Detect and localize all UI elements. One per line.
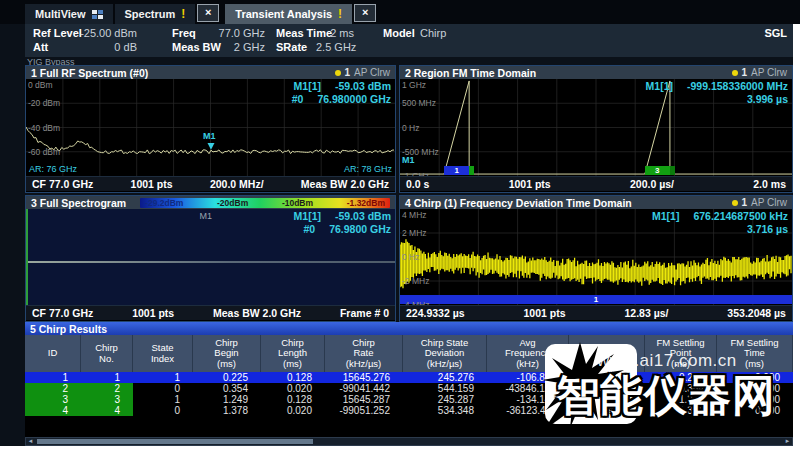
meas-time-value[interactable]: 2 ms — [316, 27, 354, 39]
panel3-title-bar[interactable]: 3 Full Spectrogram -29.2dBm -20dBm -10dB… — [26, 196, 395, 209]
table-filler — [25, 416, 793, 437]
ref-level-value[interactable]: -25.00 dBm — [73, 27, 137, 39]
marker-label[interactable]: M1 — [199, 211, 212, 221]
att-value[interactable]: 0 dB — [73, 41, 137, 53]
panel4-footer: 224.9332 µs 1001 pts 12.83 µs/ 353.2048 … — [400, 305, 792, 320]
close-spectrum-tab-button[interactable]: × — [197, 4, 219, 22]
column-header: Chirp StateDeviation(kHz/µs) — [403, 335, 487, 372]
fm-time-plot[interactable]: M1[1]-999.158336000 MHz 3.996 µs M1 1 3 … — [400, 79, 792, 176]
table-cell: -99051.252 — [325, 405, 403, 416]
chirp-results-section: 5 Chirp Results IDChirpNo.StateIndexChir… — [25, 322, 793, 437]
region-segment-3[interactable]: 3 — [645, 166, 670, 175]
freq-label: Freq — [172, 27, 196, 39]
column-header: ID — [25, 335, 81, 372]
panel2-title: 2 Region FM Time Domain — [405, 67, 536, 79]
frame-number[interactable]: Frame # 0 — [340, 307, 389, 319]
meas-bw-footer[interactable]: Meas BW 2.0 GHz — [213, 307, 301, 319]
marker-label[interactable]: M1 — [203, 131, 216, 141]
table-cell: 4 — [81, 405, 133, 416]
start-time: 224.9332 µs — [406, 307, 465, 319]
segment-sliver — [670, 166, 675, 175]
table-cell: 0.225 — [645, 372, 717, 383]
table-cell: -134.144 — [487, 394, 569, 405]
table-cell: 245.287 — [403, 394, 487, 405]
spectrum-plot[interactable]: M1 M1[1]-59.03 dBm #076.980000 GHz AR: 7… — [26, 79, 395, 176]
tab-spectrum-label: Spectrum — [125, 8, 176, 20]
chirp-results-title[interactable]: 5 Chirp Results — [25, 322, 793, 335]
scroll-left-arrow-icon[interactable]: ◄ — [26, 438, 35, 445]
spectrogram-colorbar[interactable]: -29.2dBm -20dBm -10dBm -1.32dBm — [140, 198, 390, 208]
time-per-div[interactable]: 200.0 µs/ — [630, 178, 674, 190]
horizontal-scrollbar[interactable]: ◄ ► — [25, 437, 793, 446]
table-cell: 1934644.572 — [569, 383, 645, 394]
tab-transient-analysis[interactable]: Transient Analysis ! — [225, 4, 352, 24]
column-header: ChirpNo. — [81, 335, 133, 372]
y-axis-label: -60 dBm — [28, 147, 60, 157]
table-row[interactable]: 3311.2490.12815645.287245.287-134.144200… — [25, 394, 793, 405]
marker-triangle-icon — [208, 143, 215, 150]
table-cell: 1.249 — [193, 394, 261, 405]
table-cell: 1 — [133, 394, 193, 405]
y-axis-label: -500 MHz — [402, 147, 439, 157]
table-row[interactable]: 1110.2250.12815645.276245.276-106.844200… — [25, 372, 793, 383]
colorbar-min: -29.2dBm — [145, 198, 183, 208]
measurement-header: Ref Level -25.00 dBm Freq 77.0 GHz Meas … — [25, 24, 793, 57]
tab-spectrum[interactable]: Spectrum ! — [115, 4, 196, 24]
srate-value[interactable]: 2.5 GHz — [316, 41, 354, 53]
trace-dot-icon — [732, 200, 738, 206]
time-per-div[interactable]: 12.83 µs/ — [624, 307, 668, 319]
table-cell: 15645.287 — [325, 394, 403, 405]
y-axis-label: 1 GHz — [402, 80, 426, 90]
table-cell: 1.378 — [645, 405, 717, 416]
meas-bw-value[interactable]: 2 GHz — [208, 41, 265, 53]
table-cell: 0.020 — [261, 405, 325, 416]
column-header: ChirpRate(kHz/µs) — [325, 335, 403, 372]
y-axis-label: 2 MHz — [402, 228, 427, 238]
panel2-footer: 0.0 s 1001 pts 200.0 µs/ 2.0 ms — [400, 176, 792, 191]
scrollbar-thumb[interactable] — [37, 439, 313, 444]
cf-value[interactable]: CF 77.0 GHz — [32, 178, 93, 190]
meas-bw-footer[interactable]: Meas BW 2.0 GHz — [301, 178, 389, 190]
table-cell: 0 — [133, 383, 193, 394]
table-cell: 2 — [25, 383, 81, 394]
region-segment-1[interactable]: 1 — [444, 166, 469, 175]
table-row[interactable]: 2200.3540.020-99041.442544.159-43846.155… — [25, 383, 793, 394]
marker-readout: M1[1]-59.03 dBm #076.9800 GHz — [294, 210, 391, 236]
table-cell: -36123.411 — [487, 405, 569, 416]
cf-value[interactable]: CF 77.0 GHz — [32, 307, 93, 319]
points-value: 1001 pts — [131, 178, 173, 190]
panel4-title-bar[interactable]: 4 Chirp (1) Frequency Deviation Time Dom… — [400, 196, 792, 209]
start-time: 0.0 s — [406, 178, 429, 190]
freq-deviation-plot[interactable]: M1[1]676.214687500 kHz 3.716 µs 1 4 MHz2… — [400, 209, 792, 305]
close-transient-tab-button[interactable]: × — [354, 4, 376, 22]
table-cell: 1.249 — [645, 394, 717, 405]
span-per-div[interactable]: 200.0 MHz/ — [210, 178, 264, 190]
chirp-segment-bar[interactable]: 1 — [400, 295, 792, 304]
marker-readout: M1[1]-999.158336000 MHz 3.996 µs — [646, 80, 788, 106]
table-row[interactable]: 4401.3780.020-99051.252534.348-36123.411… — [25, 405, 793, 416]
trace-dot-icon — [335, 70, 341, 76]
panel1-title-bar[interactable]: 1 Full RF Spectrum (#0) 1 AP Clrw — [26, 66, 395, 79]
y-axis-label: 4 MHz — [402, 210, 427, 220]
auto-range-right: AR: 78 GHz — [344, 164, 392, 174]
chirp-table-body: 1110.2250.12815645.276245.276-106.844200… — [25, 372, 793, 416]
column-header: ChirpLength(ms) — [261, 335, 325, 372]
panel2-title-bar[interactable]: 2 Region FM Time Domain 1 AP Clrw — [400, 66, 792, 79]
scroll-right-arrow-icon[interactable]: ► — [783, 438, 792, 445]
y-axis-label: -20 dBm — [28, 98, 60, 108]
y-axis-label: -2 MHz — [402, 276, 429, 286]
frame-indicator-edge — [26, 209, 28, 305]
freq-value[interactable]: 77.0 GHz — [208, 27, 265, 39]
points-value: 1001 pts — [524, 307, 566, 319]
panel-full-rf-spectrum: 1 Full RF Spectrum (#0) 1 AP Clrw M1 M1[… — [25, 65, 396, 193]
trace-dot-icon — [732, 70, 738, 76]
points-value: 1001 pts — [509, 178, 551, 190]
tab-multiview[interactable]: MultiView — [25, 4, 113, 24]
page-edge — [793, 24, 800, 446]
spectrogram-plot[interactable]: M1 M1[1]-59.03 dBm #076.9800 GHz — [26, 209, 395, 305]
model-value[interactable]: Chirp — [420, 27, 446, 39]
y-axis-label: 0 dBm — [28, 80, 53, 90]
colorbar-max: -1.32dBm — [347, 198, 385, 208]
table-cell: 1 — [81, 372, 133, 383]
panel-region-fm-time-domain: 2 Region FM Time Domain 1 AP Clrw M1[1]-… — [399, 65, 793, 193]
